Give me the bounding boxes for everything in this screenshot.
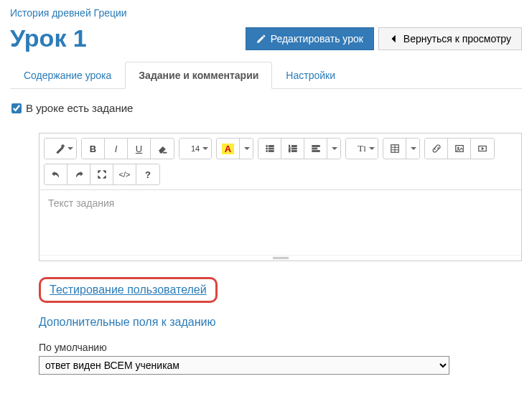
- svg-rect-3: [269, 146, 274, 147]
- heading-icon: TI: [358, 143, 366, 154]
- image-icon: [454, 144, 465, 154]
- help-button[interactable]: ?: [136, 164, 159, 184]
- svg-text:3: 3: [288, 149, 290, 153]
- help-icon: ?: [145, 169, 151, 180]
- svg-rect-14: [312, 151, 319, 152]
- ordered-list-button[interactable]: 123: [281, 139, 304, 159]
- link-button[interactable]: [425, 139, 448, 159]
- ul-icon: [265, 144, 275, 154]
- svg-rect-12: [312, 146, 319, 147]
- font-size-button[interactable]: 14: [179, 139, 211, 159]
- eraser-icon: [157, 144, 167, 154]
- rich-text-editor: B I U 14 A 123 TI: [39, 133, 522, 261]
- redo-icon: [74, 169, 84, 179]
- italic-icon: I: [115, 144, 118, 154]
- clear-format-button[interactable]: [151, 139, 174, 159]
- align-button[interactable]: [304, 139, 327, 159]
- font-color-menu[interactable]: [240, 139, 253, 159]
- fullscreen-button[interactable]: [90, 164, 113, 184]
- tab-assignment[interactable]: Задание и комментарии: [125, 62, 272, 89]
- editor-body[interactable]: Текст задания: [39, 190, 521, 255]
- code-view-button[interactable]: </>: [113, 164, 136, 184]
- extra-fields-link[interactable]: Дополнительные поля к заданию: [39, 316, 522, 329]
- back-to-view-label: Вернуться к просмотру: [403, 33, 511, 44]
- breadcrumb-link[interactable]: История древней Греции: [10, 7, 127, 19]
- video-icon: [477, 144, 487, 154]
- svg-point-2: [266, 150, 267, 151]
- highlight-icon: A: [222, 144, 234, 154]
- table-button[interactable]: [383, 139, 406, 159]
- heading-button[interactable]: TI: [346, 139, 378, 159]
- bold-icon: B: [90, 144, 96, 154]
- tabs: Содержание урока Задание и комментарии Н…: [10, 61, 522, 89]
- edit-lesson-label: Редактировать урок: [271, 33, 363, 44]
- expand-icon: [97, 169, 107, 179]
- svg-rect-4: [269, 148, 274, 149]
- user-testing-highlight: Тестирование пользователей: [39, 277, 218, 303]
- video-button[interactable]: [471, 139, 494, 159]
- link-icon: [431, 144, 442, 154]
- svg-rect-5: [269, 151, 274, 152]
- magic-format-button[interactable]: [45, 139, 76, 159]
- visibility-label: По умолчанию: [39, 342, 522, 353]
- font-size-label: 14: [191, 144, 200, 153]
- user-testing-link[interactable]: Тестирование пользователей: [50, 284, 207, 296]
- align-icon: [311, 144, 321, 154]
- table-icon: [390, 144, 400, 154]
- svg-rect-11: [291, 151, 297, 152]
- bold-button[interactable]: B: [82, 139, 105, 159]
- unordered-list-button[interactable]: [258, 139, 281, 159]
- svg-rect-9: [291, 146, 297, 147]
- edit-icon: [256, 34, 266, 44]
- has-task-label: В уроке есть задание: [26, 102, 133, 114]
- underline-button[interactable]: U: [128, 139, 151, 159]
- font-color-button[interactable]: A: [217, 139, 240, 159]
- back-to-view-button[interactable]: Вернуться к просмотру: [378, 27, 522, 50]
- italic-button[interactable]: I: [105, 139, 128, 159]
- svg-point-20: [457, 147, 459, 149]
- svg-rect-10: [291, 148, 297, 149]
- has-task-checkbox-row[interactable]: В уроке есть задание: [11, 102, 522, 114]
- redo-button[interactable]: [67, 164, 90, 184]
- visibility-select[interactable]: ответ виден ВСЕМ ученикам: [39, 356, 449, 375]
- magic-icon: [55, 144, 65, 154]
- arrow-left-icon: [389, 34, 399, 44]
- table-menu[interactable]: [406, 139, 419, 159]
- tab-content[interactable]: Содержание урока: [10, 62, 125, 89]
- align-menu[interactable]: [327, 139, 340, 159]
- editor-toolbar: B I U 14 A 123 TI: [39, 133, 521, 190]
- edit-lesson-button[interactable]: Редактировать урок: [246, 27, 374, 50]
- underline-icon: U: [136, 144, 142, 154]
- has-task-checkbox[interactable]: [11, 103, 22, 113]
- image-button[interactable]: [448, 139, 471, 159]
- svg-point-0: [266, 145, 267, 146]
- tab-settings[interactable]: Настройки: [272, 62, 349, 89]
- svg-rect-13: [312, 148, 317, 149]
- code-icon: </>: [119, 170, 131, 179]
- editor-resizer[interactable]: [39, 255, 521, 261]
- undo-button[interactable]: [45, 164, 67, 184]
- ol-icon: 123: [288, 144, 298, 154]
- undo-icon: [51, 169, 61, 179]
- page-title: Урок 1: [10, 24, 87, 52]
- svg-point-1: [266, 148, 267, 149]
